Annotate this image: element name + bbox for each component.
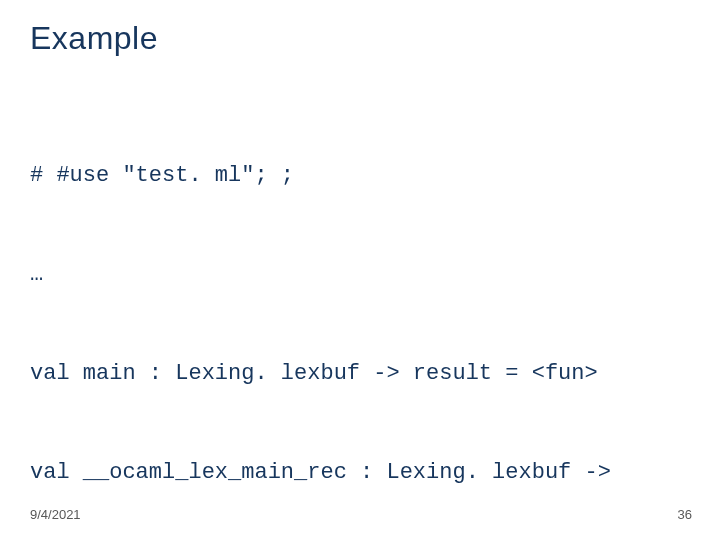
slide: Example # #use "test. ml"; ; … val main …: [0, 0, 720, 540]
footer-page-number: 36: [678, 507, 692, 522]
footer-date: 9/4/2021: [30, 507, 81, 522]
code-line: val __ocaml_lex_main_rec : Lexing. lexbu…: [30, 456, 690, 489]
code-line: val main : Lexing. lexbuf -> result = <f…: [30, 357, 690, 390]
code-line: # #use "test. ml"; ;: [30, 159, 690, 192]
slide-title: Example: [30, 20, 690, 57]
footer: 9/4/2021 36: [30, 507, 692, 522]
code-block: # #use "test. ml"; ; … val main : Lexing…: [30, 93, 690, 540]
code-line: …: [30, 258, 690, 291]
